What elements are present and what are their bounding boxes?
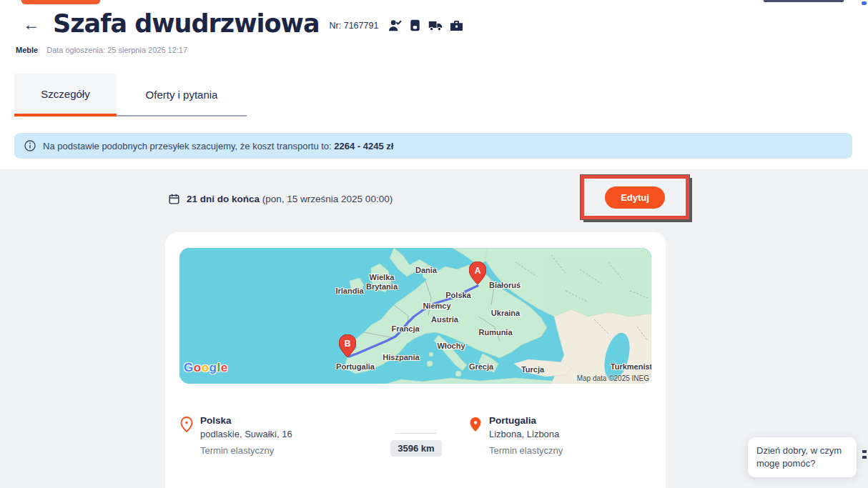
route-origin: Polska podlaskie, Suwałki, 16 Termin ela… (179, 415, 292, 456)
destination-address: Lizbona, Lizbona (489, 429, 563, 439)
breadcrumb: Meble Data ogłoszenia: 25 sierpnia 2025 … (16, 46, 187, 54)
shipment-card: Wielka Brytania Dania Irlandia Polska Ni… (165, 232, 666, 488)
map-label: Włochy (437, 342, 465, 351)
origin-country: Polska (200, 415, 292, 426)
map-label: Wielka Brytania (357, 273, 407, 291)
person-check-icon (388, 19, 402, 31)
map-label: Grecja (469, 362, 493, 372)
map-label: Francja (391, 324, 419, 334)
tablet-icon (410, 19, 420, 31)
map-label: Ukraina (491, 309, 520, 318)
google-logo[interactable]: Google (184, 361, 228, 375)
map-label: Portugalia (336, 362, 375, 372)
map-marker-b[interactable]: B (339, 334, 356, 357)
listing-number: Nr: 7167791 (330, 21, 379, 31)
deadline-row: 21 dni do końca (pon, 15 września 2025 0… (168, 193, 393, 205)
distance-divider (395, 433, 437, 434)
route-map[interactable]: Wielka Brytania Dania Irlandia Polska Ni… (179, 248, 651, 384)
top-cutoff-orange-button (21, 0, 100, 4)
briefcase-icon (450, 20, 463, 31)
destination-country: Portugalia (489, 415, 563, 426)
top-cutoff-blue-icon (862, 1, 867, 5)
map-label: Hiszpania (383, 353, 419, 362)
map-label: Rumunia (478, 328, 512, 337)
annotation-highlight-box: Edytuj (581, 175, 689, 219)
svg-text:A: A (475, 266, 481, 276)
chat-widget[interactable]: Dzień dobry, w czym mogę pomóc? (748, 437, 857, 477)
map-label: Białoruś (489, 281, 521, 290)
breadcrumb-category[interactable]: Meble (16, 46, 38, 54)
edit-button[interactable]: Edytuj (605, 186, 665, 209)
listing-badges (388, 19, 463, 31)
route-destination: Portugalia Lizbona, Lizbona Termin elast… (468, 415, 563, 456)
tab-bar: Szczegóły Oferty i pytania (14, 74, 247, 116)
published-date: Data ogłoszenia: 25 sierpnia 2025 12:17 (46, 46, 187, 54)
back-button[interactable]: ← (20, 14, 43, 34)
tab-oferty-i-pytania[interactable]: Oferty i pytania (117, 74, 247, 116)
calendar-icon (168, 193, 180, 205)
origin-term: Termin elastyczny (200, 445, 292, 456)
map-label: Turcja (521, 365, 544, 374)
tab-szczegoly[interactable]: Szczegóły (14, 74, 117, 116)
banner-price-range: 2264 - 4245 zł (334, 141, 393, 151)
map-label: Niemcy (423, 302, 450, 311)
chat-cutoff-icon (862, 450, 867, 453)
header: ← Szafa dwudrzwiowa Nr: 7167791 (20, 11, 463, 36)
map-label: Austria (431, 315, 458, 324)
map-label: Dania (415, 266, 437, 275)
chat-message: Dzień dobry, w czym mogę pomóc? (756, 444, 848, 470)
map-label: Irlandia (335, 287, 363, 296)
top-cutoff-navy-button (764, 0, 844, 2)
origin-address: podlaskie, Suwałki, 16 (200, 429, 292, 439)
info-icon (24, 140, 36, 151)
map-marker-a[interactable]: A (469, 262, 486, 284)
destination-pin-icon (468, 416, 483, 456)
svg-text:B: B (345, 339, 351, 349)
banner-text: Na podstawie podobnych przesyłek szacuje… (43, 141, 393, 151)
map-label: Polska (445, 291, 470, 300)
deadline-text: 21 dni do końca (pon, 15 września 2025 0… (187, 194, 393, 204)
page-title: Szafa dwudrzwiowa (53, 11, 320, 36)
price-estimate-banner: Na podstawie podobnych przesyłek szacuje… (14, 133, 852, 159)
destination-term: Termin elastyczny (489, 445, 563, 456)
origin-pin-icon (179, 416, 194, 456)
distance-badge: 3596 km (390, 440, 441, 457)
map-attribution: Map data ©2025 INEG (577, 374, 649, 382)
route-distance: 3596 km (380, 433, 452, 457)
map-label: Turkmenist (611, 362, 651, 372)
truck-icon (428, 20, 443, 31)
